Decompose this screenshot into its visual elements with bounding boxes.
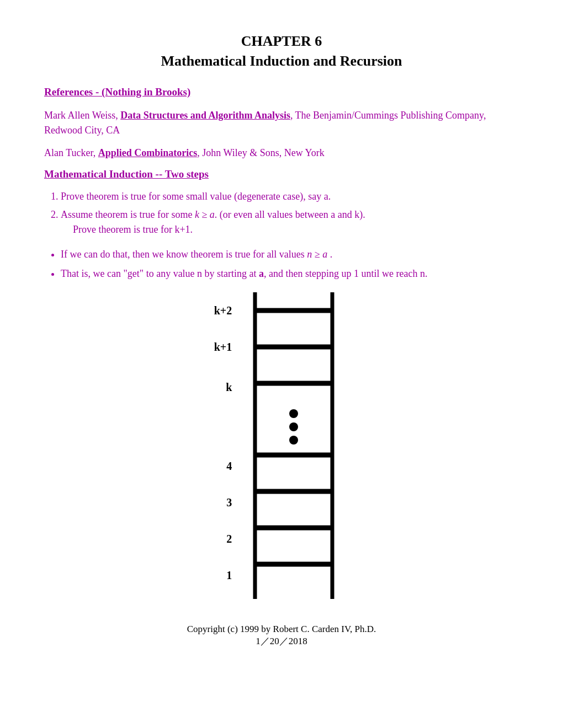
step2-indent: Prove theorem is true for k+1. (73, 222, 519, 237)
bullet-2: That is, we can "get" to any value n by … (61, 266, 519, 281)
bullet2-part2: , and then stepping up 1 until we reach … (264, 268, 427, 279)
svg-point-7 (289, 436, 298, 445)
ref2-normal-end: , John Wiley & Sons, New York (197, 147, 324, 158)
ref2-normal-start: Alan Tucker, (44, 147, 98, 158)
footer-line2: 1／20／2018 (44, 635, 519, 647)
label-k: k (226, 365, 232, 409)
reference-1: Mark Allen Weiss, Data Structures and Al… (44, 108, 519, 138)
label-3: 3 (226, 484, 232, 521)
bullet1-math: n ≥ a (307, 249, 327, 260)
reference-2: Alan Tucker, Applied Combinatorics, John… (44, 146, 519, 160)
bullet-1: If we can do that, then we know theorem … (61, 247, 519, 262)
bullet1-part2: . (327, 249, 332, 260)
bullet1-part1: If we can do that, then we know theorem … (61, 249, 307, 260)
induction-steps-list: Prove theorem is true for some small val… (61, 189, 519, 237)
ref1-title: Data Structures and Algorithm Analysis (120, 110, 290, 121)
chapter-title: CHAPTER 6 (44, 33, 519, 50)
ref1-normal-start: Mark Allen Weiss, (44, 110, 120, 121)
ref2-title: Applied Combinatorics (98, 147, 198, 158)
ladder-container: k+2 k+1 k • 4 3 2 1 (44, 292, 519, 602)
step-2: Assume theorem is true for some k ≥ a. (… (61, 207, 519, 237)
references-heading: References - (Nothing in Brooks) (44, 86, 519, 98)
induction-heading: Mathematical Induction -- Two steps (44, 168, 519, 180)
ladder-svg (238, 292, 349, 602)
label-k2: k+2 (214, 292, 232, 329)
induction-bullets-list: If we can do that, then we know theorem … (61, 247, 519, 281)
label-4: 4 (226, 448, 232, 484)
chapter-subtitle: Mathematical Induction and Recursion (44, 53, 519, 69)
label-2: 2 (226, 521, 232, 557)
label-k1: k+1 (214, 329, 232, 365)
step2-math: k ≥ a (195, 209, 215, 220)
footer-line1: Copyright (c) 1999 by Robert C. Carden I… (44, 624, 519, 635)
bullet2-part1: That is, we can "get" to any value n by … (61, 268, 259, 279)
ladder-wrap: k+2 k+1 k • 4 3 2 1 (214, 292, 349, 602)
svg-point-5 (289, 409, 298, 418)
ladder-labels: k+2 k+1 k • 4 3 2 1 (214, 292, 232, 593)
step2-part1: Assume theorem is true for some (61, 209, 195, 220)
footer: Copyright (c) 1999 by Robert C. Carden I… (44, 624, 519, 647)
bullet2-bold: a (259, 268, 264, 279)
label-1: 1 (226, 557, 232, 593)
step2-part2: . (or even all values between a and k). (215, 209, 365, 220)
step-1: Prove theorem is true for some small val… (61, 189, 519, 204)
svg-point-6 (289, 422, 298, 431)
